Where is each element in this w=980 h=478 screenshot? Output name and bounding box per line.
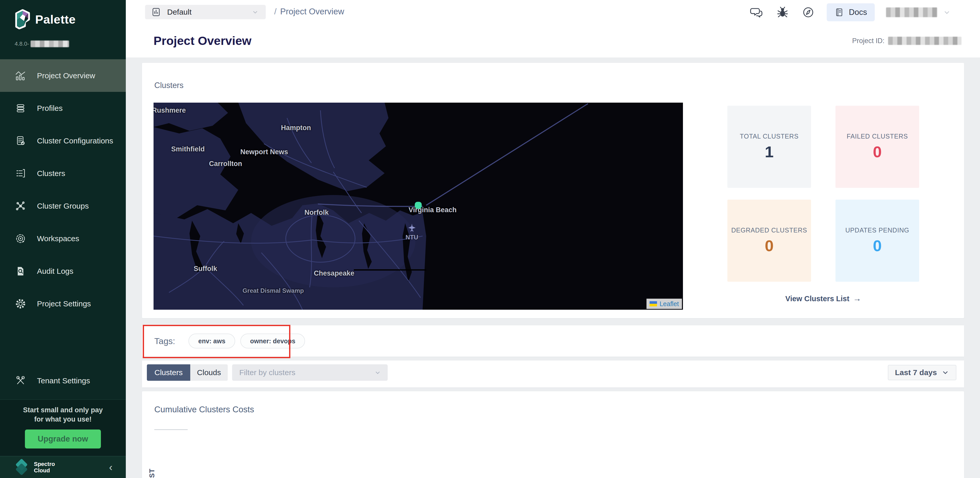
username-redacted bbox=[886, 8, 937, 17]
map-attribution: Leaflet bbox=[646, 299, 682, 309]
project-overview-icon bbox=[15, 70, 26, 81]
docs-label: Docs bbox=[849, 8, 867, 17]
page-header: Project Overview Project ID: bbox=[126, 24, 980, 57]
project-id-label: Project ID: bbox=[852, 37, 885, 45]
explore-button[interactable] bbox=[801, 5, 815, 19]
feedback-chat-button[interactable] bbox=[750, 5, 764, 19]
version-redacted bbox=[30, 41, 69, 47]
view-clusters-list-link[interactable]: View Clusters List→ bbox=[727, 294, 919, 303]
version-text: 4.8.0- bbox=[14, 41, 69, 47]
sidebar-item-label: Tenant Settings bbox=[37, 376, 90, 385]
stat-value: 1 bbox=[765, 143, 773, 161]
stat-value: 0 bbox=[873, 143, 882, 161]
tab-clouds[interactable]: Clouds bbox=[190, 364, 228, 381]
sidebar-item-tenant-settings[interactable]: Tenant Settings bbox=[0, 364, 126, 397]
cluster-groups-icon bbox=[15, 200, 26, 212]
profiles-icon bbox=[15, 103, 26, 114]
stat-label: FAILED CLUSTERS bbox=[847, 133, 908, 140]
upgrade-text-line1: Start small and only pay bbox=[0, 405, 126, 414]
sidebar-item-label: Project Settings bbox=[37, 299, 91, 308]
clusters-card-title: Clusters bbox=[154, 81, 184, 90]
cost-chart-card: Cumulative Clusters Costs $0.25 $0.20 $0… bbox=[142, 391, 964, 478]
sidebar-item-project-overview[interactable]: Project Overview bbox=[0, 59, 126, 92]
filter-by-clusters-dropdown[interactable]: Filter by clusters bbox=[232, 364, 388, 381]
project-settings-icon bbox=[15, 298, 26, 310]
compass-icon bbox=[802, 6, 815, 19]
palette-logo-icon bbox=[14, 9, 31, 29]
bug-icon bbox=[776, 6, 789, 19]
topbar: Default / Project Overview bbox=[126, 0, 980, 57]
user-menu[interactable] bbox=[886, 8, 951, 17]
clusters-icon bbox=[15, 168, 26, 179]
spectro-cloud-name: Spectro Cloud bbox=[34, 461, 55, 474]
upgrade-text-line2: for what you use! bbox=[0, 414, 126, 424]
stat-failed-clusters: FAILED CLUSTERS 0 bbox=[835, 106, 919, 188]
workspaces-icon bbox=[15, 233, 26, 244]
audit-logs-icon bbox=[15, 265, 26, 277]
clusters-map[interactable]: RushmereHamptonSmithfieldNewport NewsCar… bbox=[154, 103, 683, 310]
filter-placeholder: Filter by clusters bbox=[239, 368, 295, 377]
main-content: Clusters bbox=[126, 57, 980, 478]
sidebar-item-project-settings[interactable]: Project Settings bbox=[0, 287, 126, 320]
arrow-right-icon: → bbox=[853, 294, 861, 303]
sidebar-item-audit-logs[interactable]: Audit Logs bbox=[0, 255, 126, 287]
upgrade-now-button[interactable]: Upgrade now bbox=[25, 429, 101, 448]
breadcrumb-current[interactable]: Project Overview bbox=[280, 7, 344, 16]
sidebar-tenant-section: Tenant Settings bbox=[0, 364, 126, 397]
sidebar: Palette 4.8.0- Project Overview bbox=[0, 0, 126, 478]
time-range-value: Last 7 days bbox=[895, 368, 937, 377]
project-id-redacted bbox=[888, 37, 961, 45]
tenant-settings-icon bbox=[15, 375, 26, 386]
stat-total-clusters: TOTAL CLUSTERS 1 bbox=[727, 106, 811, 188]
docs-button[interactable]: Docs bbox=[827, 3, 875, 21]
cluster-configurations-icon bbox=[15, 135, 26, 146]
sidebar-nav: Project Overview Profiles bbox=[0, 59, 126, 320]
cluster-location-marker[interactable] bbox=[415, 202, 422, 209]
airport-marker: NTU bbox=[406, 223, 418, 241]
upgrade-panel: Start small and only pay for what you us… bbox=[0, 399, 126, 456]
stat-label: TOTAL CLUSTERS bbox=[740, 133, 799, 140]
chevron-down-icon bbox=[251, 8, 259, 16]
leaflet-link[interactable]: Leaflet bbox=[660, 300, 679, 308]
chat-bubbles-icon bbox=[750, 5, 764, 19]
sidebar-item-label: Project Overview bbox=[37, 71, 95, 80]
airport-code-label: NTU bbox=[406, 234, 418, 241]
stat-label: DEGRADED CLUSTERS bbox=[731, 227, 807, 234]
clusters-card: Clusters bbox=[142, 63, 964, 318]
sidebar-item-label: Clusters bbox=[37, 169, 65, 178]
chevron-down-icon bbox=[942, 369, 949, 376]
topbar-actions: Docs bbox=[750, 3, 951, 21]
project-chart-icon bbox=[151, 7, 161, 17]
sidebar-footer: Spectro Cloud ‹ bbox=[0, 456, 126, 478]
tag-pill-env-aws[interactable]: env: aws bbox=[188, 333, 235, 348]
sidebar-item-profiles[interactable]: Profiles bbox=[0, 92, 126, 124]
sidebar-item-label: Profiles bbox=[37, 104, 63, 113]
app-root: Palette 4.8.0- Project Overview bbox=[0, 0, 980, 478]
stat-degraded-clusters: DEGRADED CLUSTERS 0 bbox=[727, 200, 811, 282]
tags-label: Tags: bbox=[154, 336, 175, 346]
sidebar-item-label: Workspaces bbox=[37, 234, 80, 243]
filter-bar: Clusters Clouds Filter by clusters Last … bbox=[142, 360, 964, 387]
sidebar-item-label: Audit Logs bbox=[37, 267, 73, 276]
sidebar-item-cluster-configurations[interactable]: Cluster Configurations bbox=[0, 124, 126, 157]
project-id: Project ID: bbox=[852, 37, 961, 45]
sidebar-collapse-button[interactable]: ‹ bbox=[109, 462, 113, 473]
brand-name: Palette bbox=[35, 12, 76, 26]
tag-pill-owner-devops[interactable]: owner: devops bbox=[240, 333, 305, 348]
time-range-dropdown[interactable]: Last 7 days bbox=[888, 365, 956, 380]
brand-logo[interactable]: Palette bbox=[14, 9, 76, 29]
sidebar-item-label: Cluster Configurations bbox=[37, 137, 113, 145]
sidebar-item-cluster-groups[interactable]: Cluster Groups bbox=[0, 190, 126, 222]
stat-label: UPDATES PENDING bbox=[845, 227, 909, 234]
stat-value: 0 bbox=[873, 237, 882, 255]
ukraine-flag-icon bbox=[649, 301, 657, 306]
sidebar-item-workspaces[interactable]: Workspaces bbox=[0, 222, 126, 255]
book-icon bbox=[834, 7, 845, 17]
project-selector-dropdown[interactable]: Default bbox=[145, 5, 266, 19]
project-selector-value: Default bbox=[167, 8, 191, 16]
tab-clusters[interactable]: Clusters bbox=[147, 364, 190, 381]
report-bug-button[interactable] bbox=[775, 5, 790, 19]
sidebar-item-clusters[interactable]: Clusters bbox=[0, 157, 126, 190]
tags-card: Tags: env: aws owner: devops bbox=[142, 326, 964, 357]
chevron-down-icon bbox=[374, 369, 382, 376]
